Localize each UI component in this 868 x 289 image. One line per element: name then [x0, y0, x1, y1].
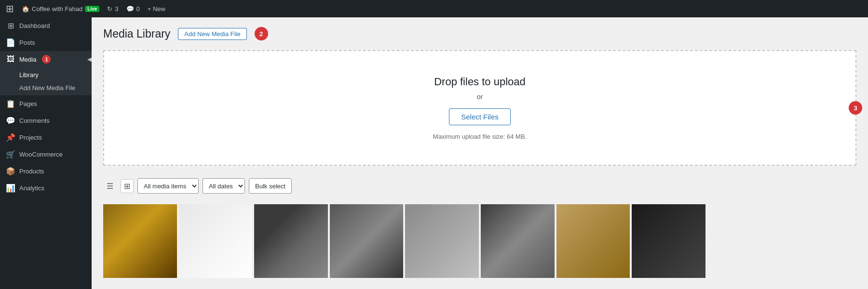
comment-icon: 💬: [126, 5, 134, 13]
media-thumbnail[interactable]: [254, 204, 328, 278]
comments-sidebar-icon: 💬: [6, 116, 15, 125]
sidebar-item-analytics[interactable]: 📊 Analytics: [0, 180, 92, 197]
layout: ⊞ Dashboard 📄 Posts 🖼 Media 1 ◀ Library …: [0, 17, 868, 289]
media-submenu: Library Add New Media File: [0, 67, 92, 95]
library-label: Library: [19, 71, 39, 79]
sidebar-item-comments[interactable]: 💬 Comments: [0, 112, 92, 129]
new-item[interactable]: + New: [148, 5, 165, 13]
media-thumbnail[interactable]: [481, 204, 555, 278]
new-label: + New: [148, 5, 165, 13]
list-view-button[interactable]: ☰: [103, 179, 117, 193]
sidebar-item-woocommerce[interactable]: 🛒 WooCommerce: [0, 146, 92, 163]
sidebar-label-woocommerce: WooCommerce: [19, 151, 63, 158]
step-3-badge: 3: [849, 101, 862, 115]
select-files-button[interactable]: Select Files: [449, 108, 511, 125]
or-text: or: [433, 93, 527, 101]
site-name-item[interactable]: 🏠 Coffee with Fahad Live: [22, 5, 99, 13]
sidebar-label-projects: Projects: [19, 134, 42, 141]
media-chevron-icon: ◀: [87, 56, 92, 63]
sidebar-item-dashboard[interactable]: ⊞ Dashboard: [0, 17, 92, 34]
media-thumbnail[interactable]: [405, 204, 479, 278]
dates-filter[interactable]: All dates: [203, 178, 245, 194]
projects-icon: 📌: [6, 133, 15, 142]
site-name: Coffee with Fahad: [32, 5, 82, 13]
sidebar-label-comments: Comments: [19, 117, 50, 124]
media-toolbar: ☰ ⊞ All media items Images Audio Video D…: [103, 173, 856, 198]
media-thumbnail[interactable]: [330, 204, 404, 278]
page-header: Media Library Add New Media File 2: [103, 27, 856, 40]
media-badge: 1: [42, 55, 51, 64]
drop-files-text: Drop files to upload: [433, 76, 527, 88]
analytics-icon: 📊: [6, 184, 15, 193]
media-thumbnail[interactable]: [632, 204, 705, 278]
home-icon: 🏠: [22, 5, 29, 13]
pages-icon: 📋: [6, 99, 15, 108]
sidebar-label-analytics: Analytics: [19, 184, 44, 192]
sidebar-item-products[interactable]: 📦 Products: [0, 163, 92, 180]
comments-item[interactable]: 💬 0: [126, 5, 140, 13]
sidebar-label-media: Media: [19, 56, 36, 63]
products-icon: 📦: [6, 167, 15, 176]
refresh-icon: ↻: [107, 5, 112, 13]
upload-area[interactable]: Drop files to upload or Select Files Max…: [103, 50, 856, 166]
page-title: Media Library: [103, 27, 170, 40]
sidebar-item-media[interactable]: 🖼 Media 1 ◀: [0, 51, 92, 67]
media-items-filter[interactable]: All media items Images Audio Video Docum…: [137, 178, 199, 194]
live-badge: Live: [85, 6, 99, 12]
updates-count: 3: [115, 5, 118, 13]
upload-inner: Drop files to upload or Select Files Max…: [433, 76, 527, 140]
sidebar-sub-library[interactable]: Library: [0, 68, 92, 81]
add-new-media-label: Add New Media File: [19, 84, 75, 92]
media-icon: 🖼: [6, 55, 15, 64]
upload-info: Maximum upload file size: 64 MB.: [433, 133, 527, 140]
step-2-badge: 2: [255, 27, 268, 40]
media-thumbnail[interactable]: [556, 204, 630, 278]
media-grid: [103, 204, 856, 278]
woocommerce-icon: 🛒: [6, 150, 15, 159]
add-new-media-button[interactable]: Add New Media File: [178, 28, 246, 40]
main-content: Media Library Add New Media File 2 Drop …: [92, 17, 868, 289]
sidebar-item-pages[interactable]: 📋 Pages: [0, 95, 92, 112]
media-thumbnail[interactable]: [103, 204, 177, 278]
updates-item[interactable]: ↻ 3: [107, 5, 118, 13]
media-thumbnail[interactable]: [179, 204, 253, 278]
posts-icon: 📄: [6, 38, 15, 47]
grid-view-button[interactable]: ⊞: [121, 179, 134, 193]
admin-bar: ⊞ 🏠 Coffee with Fahad Live ↻ 3 💬 0 + New: [0, 0, 868, 17]
sidebar-label-dashboard: Dashboard: [19, 22, 50, 29]
sidebar-sub-add-new[interactable]: Add New Media File: [0, 81, 92, 94]
sidebar-label-pages: Pages: [19, 100, 37, 107]
sidebar-label-posts: Posts: [19, 39, 35, 46]
comments-count: 0: [136, 5, 140, 13]
sidebar-label-products: Products: [19, 168, 44, 175]
sidebar-item-posts[interactable]: 📄 Posts: [0, 34, 92, 51]
dashboard-icon: ⊞: [6, 21, 15, 30]
wp-logo[interactable]: ⊞: [6, 3, 14, 14]
bulk-select-button[interactable]: Bulk select: [249, 178, 292, 194]
sidebar: ⊞ Dashboard 📄 Posts 🖼 Media 1 ◀ Library …: [0, 17, 92, 289]
sidebar-item-projects[interactable]: 📌 Projects: [0, 129, 92, 146]
